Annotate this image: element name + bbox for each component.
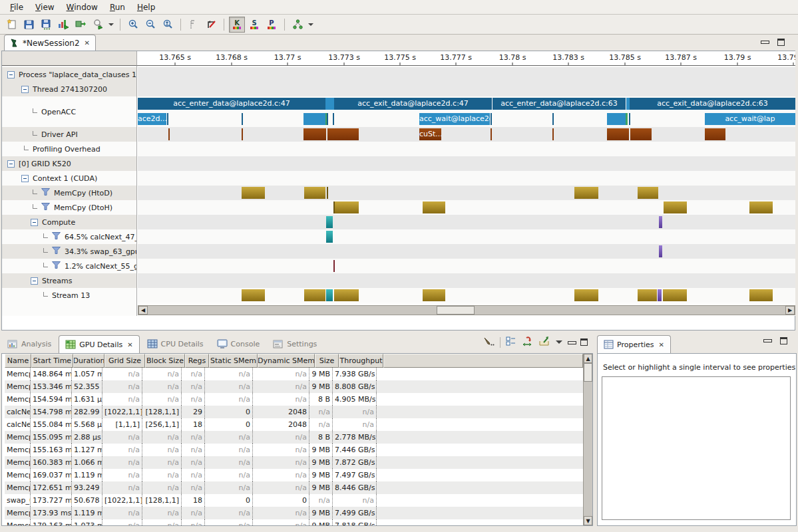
table-vscrollbar[interactable]: ▲ ▼ bbox=[583, 354, 592, 525]
collapse-icon[interactable] bbox=[21, 175, 29, 182]
timeline-interval[interactable] bbox=[552, 128, 554, 140]
analysis-caret[interactable] bbox=[308, 23, 313, 26]
table-row[interactable]: Memcpy172.651 ms93.249 µsn/an/an/an/an/a… bbox=[5, 481, 583, 494]
timeline-interval[interactable] bbox=[638, 187, 658, 199]
minimize-details-icon[interactable] bbox=[568, 339, 575, 345]
timeline-interval[interactable] bbox=[607, 128, 629, 140]
col-header-grid-size[interactable]: Grid Size bbox=[104, 354, 145, 368]
timeline-interval[interactable] bbox=[168, 128, 170, 140]
minimize-properties-icon[interactable] bbox=[763, 337, 771, 343]
table-row[interactable]: Memcpy179.163 ms1.073 msn/an/an/an/an/a9… bbox=[5, 519, 583, 525]
col-header-size[interactable]: Size bbox=[315, 354, 339, 368]
table-row[interactable]: Memcpy155.095 ms2.88 µsn/an/an/an/an/a8 … bbox=[5, 431, 583, 444]
scroll-left-arrow[interactable]: ◀ bbox=[138, 306, 148, 315]
collapse-icon[interactable] bbox=[21, 86, 29, 93]
table-row[interactable]: Memcpy173.93 ms1.119 msn/an/an/an/an/a9 … bbox=[5, 507, 583, 519]
tree-row-profiling-overhead[interactable]: Profiling Overhead bbox=[2, 142, 137, 156]
timeline-hscrollbar[interactable]: ◀ ▶ bbox=[138, 305, 795, 315]
timeline-interval[interactable] bbox=[242, 113, 243, 125]
timeline-interval[interactable] bbox=[638, 289, 657, 301]
tree-row-memcpy-htod[interactable]: MemCpy (HtoD) bbox=[2, 186, 137, 200]
tree-row-process[interactable]: Process "laplace_data_clauses 10... bbox=[2, 67, 137, 82]
close-properties-icon[interactable]: ✕ bbox=[659, 341, 664, 348]
timeline-interval[interactable]: acc_wait@lap bbox=[705, 113, 795, 125]
table-row[interactable]: Memcpy153.346 ms52.355 µsn/an/an/an/an/a… bbox=[5, 380, 583, 393]
pin-arrow-icon[interactable] bbox=[522, 336, 533, 348]
minimize-timeline-icon[interactable] bbox=[761, 39, 768, 45]
timeline-interval[interactable] bbox=[423, 201, 445, 213]
view-menu-caret-icon[interactable] bbox=[556, 340, 562, 344]
save-all-button[interactable] bbox=[38, 17, 54, 33]
timeline-interval[interactable] bbox=[326, 216, 333, 228]
timeline-interval[interactable] bbox=[326, 289, 333, 301]
tree-row-memcpy-dtoh[interactable]: MemCpy (DtoH) bbox=[2, 200, 137, 215]
timeline-interval[interactable] bbox=[325, 98, 334, 110]
timeline-canvas[interactable]: acc_enter_data@laplace2d.c:47acc_exit_da… bbox=[138, 66, 795, 316]
timeline-interval[interactable] bbox=[658, 289, 662, 301]
table-row[interactable]: Memcpy148.864 ms1.057 msn/an/an/an/an/a9… bbox=[5, 368, 583, 380]
timeline-interval[interactable] bbox=[242, 187, 265, 199]
tab-console[interactable]: Console bbox=[211, 335, 266, 353]
scroll-right-arrow[interactable]: ▶ bbox=[785, 306, 795, 315]
rename-button[interactable] bbox=[73, 17, 89, 33]
filter-icon[interactable] bbox=[52, 261, 61, 271]
stream-view-button[interactable]: S bbox=[246, 17, 262, 33]
table-row[interactable]: Memcpy154.594 ms1.631 µsn/an/an/an/an/a8… bbox=[5, 393, 583, 406]
timeline-interval[interactable]: acc_enter_data@laplace2d.c:63 bbox=[493, 98, 626, 110]
collapse-icon[interactable] bbox=[31, 219, 38, 226]
maximize-properties-icon[interactable] bbox=[780, 337, 787, 344]
collapse-icon[interactable] bbox=[7, 71, 15, 78]
tree-row-grid-k520[interactable]: [0] GRID K520 bbox=[2, 156, 137, 171]
timeline-interval[interactable]: acc_exit_data@laplace2d.c:63 bbox=[630, 98, 795, 110]
timeline-interval[interactable] bbox=[327, 113, 328, 125]
collapse-icon[interactable] bbox=[7, 160, 15, 168]
timeline-interval[interactable] bbox=[334, 289, 359, 301]
timeline-interval[interactable] bbox=[303, 113, 325, 125]
timeline-interval[interactable]: acc_exit_data@laplace2d.c:47 bbox=[334, 98, 492, 110]
menu-view[interactable]: View bbox=[29, 1, 60, 13]
new-session-button[interactable] bbox=[3, 17, 19, 33]
tree-row-compute[interactable]: Compute bbox=[2, 215, 137, 229]
timeline-interval[interactable] bbox=[607, 113, 626, 125]
tree-row-kernel-calcnext-47[interactable]: 64.5% calcNext_47_... bbox=[2, 229, 137, 244]
pin-button[interactable] bbox=[203, 17, 219, 33]
timeline-interval[interactable]: ace2d.... bbox=[138, 113, 166, 125]
timeline-interval[interactable] bbox=[491, 128, 492, 140]
zoom-fit-button[interactable] bbox=[160, 17, 176, 33]
close-tab-icon[interactable]: ✕ bbox=[127, 341, 132, 348]
timeline-interval[interactable] bbox=[630, 128, 652, 140]
tab-cpu-details[interactable]: CPU Details bbox=[141, 335, 210, 353]
table-row[interactable]: Memcpy160.383 ms1.066 msn/an/an/an/an/a9… bbox=[5, 456, 583, 469]
maximize-details-icon[interactable] bbox=[580, 338, 588, 346]
tab-properties[interactable]: Properties ✕ bbox=[597, 335, 671, 353]
timeline-interval[interactable] bbox=[335, 201, 359, 213]
timeline-interval[interactable] bbox=[242, 128, 243, 140]
col-header-duration[interactable]: Duration bbox=[73, 354, 104, 368]
timeline-interval[interactable]: acc_wait@laplace2d.c... bbox=[419, 113, 490, 125]
scroll-up-arrow[interactable]: ▲ bbox=[584, 354, 592, 363]
export-icon[interactable] bbox=[538, 336, 550, 348]
timeline-interval[interactable] bbox=[333, 260, 335, 272]
tree-row-kernel-swap-63[interactable]: 34.3% swap_63_gpu bbox=[2, 244, 137, 259]
generate-timeline-button[interactable] bbox=[55, 17, 71, 33]
zoom-out-button[interactable] bbox=[142, 17, 158, 33]
timeline-interval[interactable]: acc_enter_data@laplace2d.c:47 bbox=[138, 98, 325, 110]
timeline-interval[interactable] bbox=[705, 128, 725, 140]
timeline-interval[interactable] bbox=[664, 201, 687, 213]
timeline-interval[interactable] bbox=[242, 289, 265, 301]
vscroll-thumb[interactable] bbox=[584, 363, 592, 382]
timeline-interval[interactable] bbox=[659, 245, 662, 257]
timeline-interval[interactable] bbox=[167, 113, 168, 125]
timeline-interval[interactable] bbox=[491, 113, 492, 125]
timeline-interval[interactable] bbox=[749, 289, 773, 301]
mark-button[interactable] bbox=[186, 17, 202, 33]
timeline-interval[interactable] bbox=[327, 128, 359, 140]
tree-row-context-1[interactable]: Context 1 (CUDA) bbox=[2, 171, 137, 186]
table-row[interactable]: Memcpy169.037 ms1.119 msn/an/an/an/an/a9… bbox=[5, 469, 583, 481]
process-view-button[interactable]: P bbox=[264, 17, 280, 33]
tab-analysis[interactable]: Analysis bbox=[1, 335, 57, 353]
tree-row-openacc[interactable]: OpenACC bbox=[2, 96, 137, 127]
table-row[interactable]: calcNext154.798 ms282.99 µs[1022,1,1][12… bbox=[5, 406, 583, 418]
col-header-static-smem[interactable]: Static SMem bbox=[209, 354, 258, 368]
timeline-interval[interactable] bbox=[333, 113, 334, 125]
